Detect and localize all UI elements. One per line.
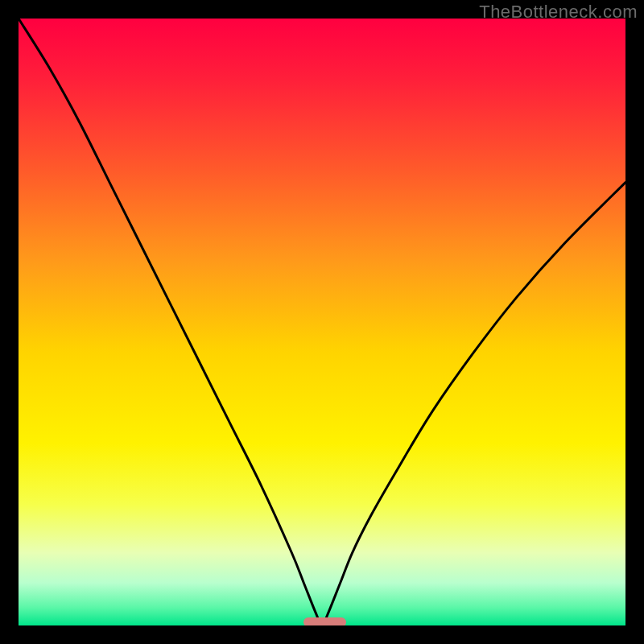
plot-area xyxy=(19,19,625,625)
sweet-spot-marker xyxy=(303,617,346,625)
bottleneck-curve xyxy=(19,19,625,625)
watermark-label: TheBottleneck.com xyxy=(479,2,638,23)
chart-frame: TheBottleneck.com xyxy=(0,0,644,644)
